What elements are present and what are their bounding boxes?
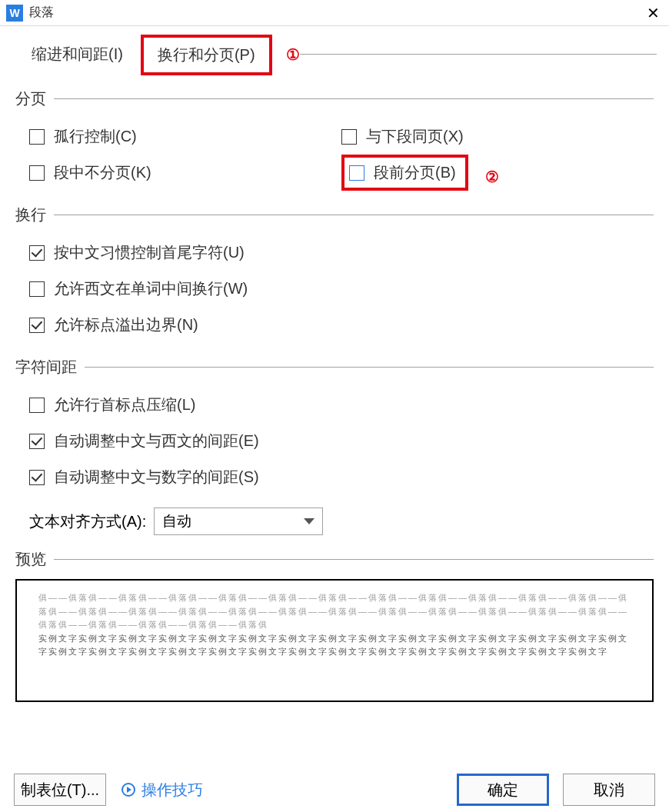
section-wrap-label: 换行 bbox=[15, 205, 54, 225]
tab-underline bbox=[300, 54, 657, 55]
divider bbox=[85, 367, 654, 368]
preview-sample-text: 实例文字实例文字实例文字实例文字实例文字实例文字实例文字实例文字实例文字实例文字… bbox=[38, 634, 628, 657]
divider bbox=[54, 559, 654, 560]
checkbox-keep-lines-together[interactable]: 段中不分页(K) bbox=[29, 155, 341, 191]
section-paging: 分页 bbox=[15, 88, 654, 109]
checkbox-label: 按中文习惯控制首尾字符(U) bbox=[54, 242, 245, 263]
checkbox-icon bbox=[29, 129, 45, 145]
annotation-2: ② bbox=[485, 168, 499, 186]
checkbox-orphan-control[interactable]: 孤行控制(C) bbox=[29, 118, 341, 155]
checkbox-compress-start-punct[interactable]: 允许行首标点压缩(L) bbox=[29, 387, 654, 423]
checkbox-icon bbox=[349, 165, 364, 181]
checkbox-label: 允许行首标点压缩(L) bbox=[54, 394, 195, 415]
checkbox-icon bbox=[29, 470, 45, 485]
text-align-row: 文本对齐方式(A): 自动 bbox=[29, 508, 654, 535]
checkbox-label: 与下段同页(X) bbox=[366, 126, 464, 147]
checkbox-auto-cjk-digit[interactable]: 自动调整中文与数字的间距(S) bbox=[29, 459, 654, 495]
section-preview-label: 预览 bbox=[15, 549, 54, 570]
text-align-combo[interactable]: 自动 bbox=[154, 508, 323, 535]
title-bar: W 段落 ✕ bbox=[0, 0, 669, 26]
checkbox-icon bbox=[29, 318, 45, 333]
preview-box: 俱——俱落俱——俱落俱——俱落俱——俱落俱——俱落俱——俱落俱——俱落俱——俱落… bbox=[15, 579, 654, 702]
section-preview: 预览 bbox=[15, 549, 654, 570]
checkbox-keep-with-next[interactable]: 与下段同页(X) bbox=[341, 118, 654, 155]
tips-link[interactable]: 操作技巧 bbox=[121, 780, 203, 800]
ok-button[interactable]: 确定 bbox=[457, 774, 549, 806]
tab-indent-spacing[interactable]: 缩进和间距(I) bbox=[14, 34, 141, 75]
checkbox-label: 段前分页(B) bbox=[374, 162, 456, 183]
divider bbox=[54, 215, 654, 215]
checkbox-icon bbox=[29, 245, 45, 261]
tips-label: 操作技巧 bbox=[141, 780, 203, 800]
section-char-spacing-label: 字符间距 bbox=[15, 357, 85, 378]
checkbox-label: 自动调整中文与西文的间距(E) bbox=[54, 431, 259, 451]
tab-line-page-breaks[interactable]: 换行和分页(P) bbox=[141, 35, 272, 75]
combo-value: 自动 bbox=[162, 511, 191, 531]
checkbox-icon bbox=[341, 129, 357, 145]
annotation-1: ① bbox=[286, 45, 300, 64]
section-char-spacing: 字符间距 bbox=[15, 357, 654, 378]
checkbox-page-break-before[interactable]: 段前分页(B) bbox=[341, 155, 468, 191]
text-align-label: 文本对齐方式(A): bbox=[29, 511, 146, 532]
section-wrap: 换行 bbox=[15, 205, 654, 225]
dialog-title: 段落 bbox=[29, 5, 54, 21]
checkbox-icon bbox=[29, 281, 45, 297]
chevron-down-icon bbox=[304, 518, 315, 524]
checkbox-cjk-first-last[interactable]: 按中文习惯控制首尾字符(U) bbox=[29, 235, 654, 271]
app-logo: W bbox=[6, 5, 23, 22]
section-paging-label: 分页 bbox=[15, 88, 54, 109]
divider bbox=[54, 98, 654, 99]
checkbox-label: 孤行控制(C) bbox=[54, 126, 137, 147]
checkbox-label: 允许西文在单词中间换行(W) bbox=[54, 278, 248, 299]
checkbox-label: 自动调整中文与数字的间距(S) bbox=[54, 467, 259, 488]
checkbox-label: 允许标点溢出边界(N) bbox=[54, 314, 198, 335]
preview-grey-text: 俱——俱落俱——俱落俱——俱落俱——俱落俱——俱落俱——俱落俱——俱落俱——俱落… bbox=[38, 593, 628, 629]
play-icon bbox=[121, 783, 135, 797]
cancel-button[interactable]: 取消 bbox=[563, 774, 655, 806]
tab-stops-button[interactable]: 制表位(T)... bbox=[14, 774, 106, 806]
checkbox-icon bbox=[29, 398, 45, 413]
tabs-row: 缩进和间距(I) 换行和分页(P) ① bbox=[0, 26, 669, 75]
checkbox-auto-cjk-latin[interactable]: 自动调整中文与西文的间距(E) bbox=[29, 423, 654, 459]
close-icon[interactable]: ✕ bbox=[647, 4, 660, 22]
footer: 制表位(T)... 操作技巧 确定 取消 bbox=[0, 774, 669, 806]
checkbox-punct-overflow[interactable]: 允许标点溢出边界(N) bbox=[29, 307, 654, 343]
checkbox-label: 段中不分页(K) bbox=[54, 162, 151, 183]
checkbox-latin-wrap[interactable]: 允许西文在单词中间换行(W) bbox=[29, 271, 654, 307]
checkbox-icon bbox=[29, 434, 45, 449]
checkbox-icon bbox=[29, 165, 45, 181]
